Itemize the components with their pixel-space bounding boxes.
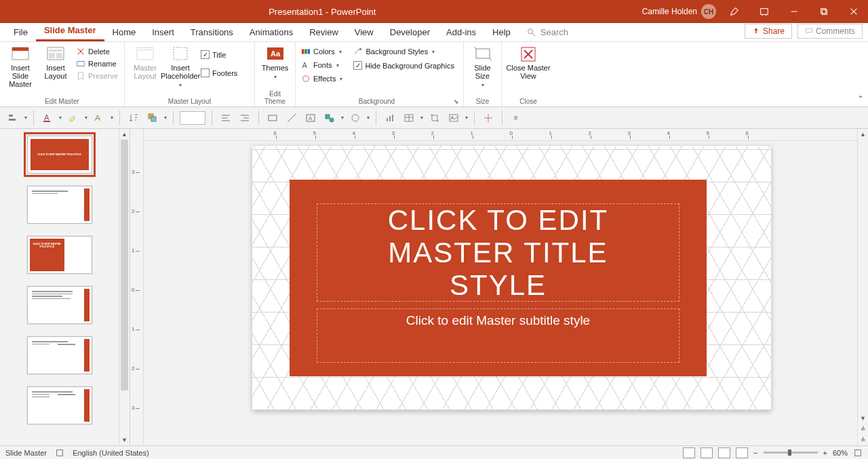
slideshow-view-button[interactable] [736,447,748,458]
slide-size-button[interactable]: Slide Size ▾ [468,45,497,89]
insert-layout-button[interactable]: Insert Layout [39,45,72,80]
tab-developer[interactable]: Developer [382,23,438,41]
arrange-icon[interactable] [145,111,160,125]
prev-slide-icon[interactable]: ≙ [858,424,868,435]
tab-transitions[interactable]: Transitions [182,23,241,41]
zoom-in-button[interactable]: + [823,449,827,457]
background-launcher[interactable]: ⬊ [454,98,459,105]
thumbnail-master[interactable]: CLICK TO EDIT MASTER TITLE STYLE [27,136,92,174]
svg-point-6 [528,28,533,33]
insert-placeholder-button[interactable]: Insert Placeholder ▾ [164,45,197,89]
rename-button[interactable]: Rename [75,58,119,69]
maximize-button[interactable] [812,2,835,21]
shape-style-select[interactable] [180,111,205,125]
scroll-up-icon[interactable]: ▲ [858,129,868,140]
svg-point-26 [303,76,309,82]
collapse-ribbon-button[interactable]: ⌃ [857,94,864,104]
shape-rect-icon[interactable] [265,111,280,125]
title-checkbox[interactable]: Title [199,49,239,60]
normal-view-button[interactable] [683,447,695,458]
svg-rect-23 [304,49,307,54]
accessibility-icon[interactable] [55,448,64,458]
thumbnail-layout-5[interactable] [27,386,92,424]
tab-view[interactable]: View [347,23,382,41]
scroll-down-icon[interactable]: ▼ [119,435,130,445]
thumbnail-layout-1[interactable] [27,186,92,224]
sort-icon[interactable] [126,111,141,125]
zoom-level[interactable]: 60% [833,449,848,457]
comments-button[interactable]: Comments [797,24,863,39]
tell-me-search[interactable]: Search [519,23,576,41]
crop-icon[interactable] [427,111,442,125]
tab-home[interactable]: Home [104,23,144,41]
more-icon[interactable]: ≡ [509,111,524,125]
tab-review[interactable]: Review [301,23,347,41]
zoom-handle[interactable] [788,450,791,456]
fonts-button[interactable]: AFonts▾ [300,60,344,71]
chart-icon[interactable] [382,111,397,125]
tab-slide-master[interactable]: Slide Master [36,21,104,41]
minimize-button[interactable] [783,2,806,21]
colors-button[interactable]: Colors▾ [300,46,344,57]
search-placeholder: Search [540,27,568,37]
tab-addins[interactable]: Add-ins [438,23,484,41]
user-avatar: CH [701,4,716,19]
thumbnail-layout-4[interactable] [27,336,92,374]
background-styles-button[interactable]: Background Styles▾ [352,46,455,57]
thumbnails-scrollbar[interactable]: ▲ ▼ [119,129,130,445]
thumbnail-layout-3[interactable] [27,286,92,324]
close-master-view-button[interactable]: Close Master View [506,45,551,80]
status-language[interactable]: English (United States) [73,449,149,457]
svg-rect-44 [269,115,277,121]
align-right-icon[interactable] [237,111,252,125]
guides-icon[interactable] [481,111,496,125]
shapes-dropdown-icon[interactable] [322,111,337,125]
ribbon-display-icon[interactable] [753,2,776,21]
picture-icon[interactable] [446,111,461,125]
user-account[interactable]: Camille Holden CH [642,4,716,19]
title-bar: Presentation1 - PowerPoint Camille Holde… [0,0,868,23]
zoom-slider[interactable] [764,452,818,454]
ribbon: Insert Slide Master Insert Layout Delete… [0,42,868,107]
tab-file[interactable]: File [5,23,36,41]
reading-view-button[interactable] [718,447,730,458]
align-left-icon[interactable] [218,111,233,125]
pen-icon[interactable] [723,2,746,21]
font-color-icon[interactable]: A [40,111,55,125]
circle-icon[interactable] [348,111,363,125]
editor-scrollbar[interactable]: ▲ ▼ ≙ ≙ [857,129,868,445]
themes-button[interactable]: Aa Themes ▾ [259,45,291,81]
master-subtitle-placeholder[interactable]: Click to edit Master subtitle style [317,308,679,363]
zoom-out-button[interactable]: − [753,449,757,457]
scroll-up-icon[interactable]: ▲ [119,129,130,140]
delete-button[interactable]: Delete [75,46,119,57]
next-slide-icon[interactable]: ≙ [858,435,868,445]
effects-button[interactable]: Effects▾ [300,73,344,84]
tab-insert[interactable]: Insert [144,23,182,41]
fit-window-icon[interactable] [853,448,863,458]
align-objects-icon[interactable] [5,111,20,125]
insert-slide-master-button[interactable]: Insert Slide Master [4,45,37,88]
svg-rect-11 [49,49,62,52]
text-effects-icon[interactable] [92,111,106,125]
textbox-icon[interactable]: A [303,111,318,125]
scroll-down-icon[interactable]: ▼ [858,413,868,424]
svg-rect-9 [12,47,28,51]
shape-line-icon[interactable] [284,111,299,125]
close-button[interactable] [842,2,865,21]
tab-animations[interactable]: Animations [241,23,301,41]
workspace: CLICK TO EDIT MASTER TITLE STYLE CLICK T… [0,129,868,445]
sorter-view-button[interactable] [701,447,713,458]
highlight-icon[interactable] [66,111,81,125]
master-title-placeholder[interactable]: CLICK TO EDIT MASTER TITLE STYLE [317,203,679,302]
scrollbar-thumb[interactable] [121,140,128,391]
footers-checkbox[interactable]: Footers [199,67,239,79]
checkbox-icon [201,50,210,59]
tab-help[interactable]: Help [484,23,519,41]
table-icon[interactable] [401,111,416,125]
user-name: Camille Holden [642,7,697,16]
hide-bg-checkbox[interactable]: Hide Background Graphics [352,60,455,71]
thumbnail-layout-2[interactable]: CLICK TO EDIT MASTER TITLE STYLE [27,236,92,274]
slide-canvas[interactable]: CLICK TO EDIT MASTER TITLE STYLE Click t… [252,146,771,410]
share-button[interactable]: Share [745,24,792,39]
